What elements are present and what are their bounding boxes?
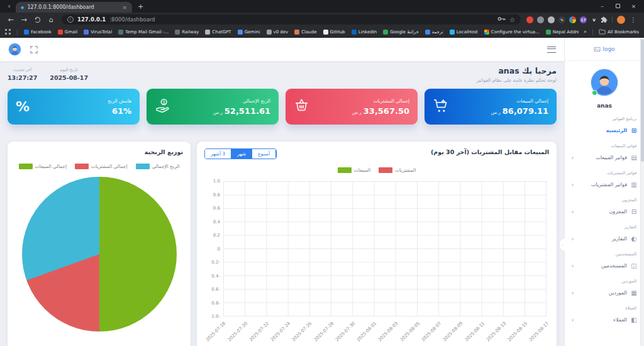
stat-card-total-profit: الربح الإجمالي 52,511.61ر.س $ bbox=[147, 89, 279, 125]
basket-icon bbox=[294, 98, 309, 116]
bookmark-item[interactable]: VirusTotal bbox=[84, 30, 112, 35]
legend-item[interactable]: إجمالي المبيعات bbox=[19, 164, 67, 169]
line-chart-plot: 1.00.80.60.40.200.2-0.4-0.6-0.8-1.0- 202… bbox=[223, 181, 547, 316]
welcome-title: مرحبا بك anas bbox=[477, 66, 557, 75]
currency-label: ر.س bbox=[491, 109, 501, 115]
extension-badge-17-icon[interactable]: 17 bbox=[580, 16, 587, 23]
sidebar-section-label: التقارير bbox=[572, 225, 636, 230]
chevron-down-icon: ∨ bbox=[571, 264, 574, 269]
legend-item[interactable]: الربح الإجمالي bbox=[136, 164, 180, 169]
legend-swatch bbox=[338, 167, 352, 173]
stat-card-total-purchases: إجمالي المشتريات 33,567.50ر.س bbox=[286, 89, 418, 125]
browser-menu-icon[interactable]: ⋮ bbox=[628, 16, 638, 23]
bookmarks-bar: Facebook Gmail VirusTotal Temp Mail Gmai… bbox=[0, 26, 644, 38]
charts-row: المبيعات مقابل المشتريات (آخر 30 يوم) أس… bbox=[8, 142, 557, 346]
site-info-icon[interactable]: i bbox=[67, 16, 74, 23]
user-avatar[interactable] bbox=[590, 68, 619, 97]
bookmarks-overflow-icon[interactable]: » bbox=[584, 29, 587, 35]
fullscreen-icon[interactable] bbox=[30, 46, 38, 53]
sidebar-section-label: العملاء bbox=[572, 306, 636, 311]
window-minimize-button[interactable]: – bbox=[594, 0, 610, 13]
sidebar-item[interactable]: ▦ الموردين ∨ bbox=[571, 285, 638, 301]
bookmark-item[interactable]: Gmail bbox=[58, 30, 77, 35]
extension-v-icon[interactable]: V bbox=[591, 16, 597, 23]
sidebar-item[interactable]: ▥ فواتير المشتريات ∨ bbox=[571, 177, 638, 193]
window-maximize-button[interactable] bbox=[610, 0, 626, 13]
extension-shield-icon[interactable] bbox=[537, 16, 544, 23]
window-close-button[interactable]: × bbox=[626, 0, 641, 13]
range-button[interactable]: أسبوع bbox=[252, 149, 276, 159]
sidebar-item[interactable]: ⊞ الرئيسيه bbox=[571, 123, 638, 138]
page-scrollbar[interactable] bbox=[640, 38, 644, 346]
tab-strip: ∨ ◆ 127.0.0.1:8000/dashboard × + – × bbox=[0, 0, 644, 13]
extension-pinwheel-icon[interactable] bbox=[569, 16, 576, 23]
window-controls: – × bbox=[594, 0, 641, 13]
bookmark-item[interactable]: Railway bbox=[175, 30, 199, 35]
scrollbar-thumb[interactable] bbox=[641, 39, 644, 162]
legend-item[interactable]: المشتريات bbox=[379, 167, 416, 173]
hamburger-menu-icon[interactable] bbox=[547, 47, 556, 53]
extensions-puzzle-icon[interactable] bbox=[601, 16, 608, 23]
sidebar-item[interactable]: ◧ العملاء ∨ bbox=[571, 312, 638, 328]
sidebar: logo anas برنامج الفواتير ⊞ الرئيسيه فوا… bbox=[564, 38, 644, 346]
legend-item[interactable]: إجمالي المشتريات bbox=[75, 164, 128, 169]
bookmark-item[interactable]: LocalHost bbox=[450, 30, 478, 35]
forward-icon[interactable]: → bbox=[19, 16, 29, 24]
sidebar-logo[interactable]: logo bbox=[565, 38, 644, 61]
bookmark-item[interactable]: ترجمة bbox=[425, 30, 443, 35]
sidebar-item[interactable]: ◐ التقارير ∨ bbox=[571, 231, 638, 247]
apps-grid-icon[interactable] bbox=[5, 29, 11, 35]
sidebar-item[interactable]: ◫ المستخدمين ∨ bbox=[571, 258, 638, 274]
legend-swatch bbox=[136, 164, 150, 169]
bookmark-item[interactable]: LinkedIn bbox=[352, 30, 377, 35]
bookmark-item[interactable]: Google خرائط bbox=[383, 30, 419, 35]
y-axis-tick: 0.6- bbox=[211, 287, 220, 292]
sidebar-item[interactable]: ▤ فواتير المبيعات ∨ bbox=[571, 150, 638, 165]
new-tab-button[interactable]: + bbox=[138, 3, 143, 10]
reload-icon[interactable] bbox=[35, 17, 40, 23]
bookmark-label: Gemini bbox=[245, 30, 260, 35]
extension-pen-icon[interactable]: ✎ bbox=[558, 16, 565, 23]
range-button[interactable]: 3 أشهر bbox=[205, 149, 231, 159]
sidebar-item[interactable]: ⊟ المخزون ∨ bbox=[571, 204, 638, 220]
today-date-value: 2025-08-17 bbox=[50, 74, 88, 81]
profit-pie-chart bbox=[22, 177, 177, 332]
dashboard-page: logo anas برنامج الفواتير ⊞ الرئيسيه فوا… bbox=[0, 38, 644, 346]
all-bookmarks-button[interactable]: All Bookmarks bbox=[599, 29, 639, 35]
home-icon[interactable]: ⌂ bbox=[46, 16, 56, 24]
purchase-invoices-icon: ▥ bbox=[630, 181, 638, 188]
line-chart-title: المبيعات مقابل المشتريات (آخر 30 يوم) bbox=[431, 148, 549, 155]
sales-vs-purchases-card: المبيعات مقابل المشتريات (آخر 30 يوم) أس… bbox=[197, 142, 557, 346]
welcome-subtitle: لوحة تحكم نظرة عامة على نظام الفواتير bbox=[477, 77, 557, 83]
bookmark-item[interactable]: Nepal Address Gen... bbox=[546, 30, 579, 35]
bookmark-star-icon[interactable]: ☆ bbox=[509, 16, 515, 23]
y-axis-tick: 1.0- bbox=[211, 314, 220, 319]
bookmark-favicon bbox=[238, 30, 243, 35]
bookmark-favicon bbox=[24, 30, 29, 35]
sidebar-user-block: anas bbox=[565, 61, 644, 110]
bookmark-item[interactable]: Facebook bbox=[24, 30, 52, 35]
address-bar[interactable]: i 127.0.0.1 :8000/dashboard ☆ bbox=[62, 14, 521, 25]
back-icon[interactable]: ← bbox=[6, 16, 16, 24]
bookmark-item[interactable]: ChatGPT bbox=[205, 30, 231, 35]
extension-red-icon[interactable] bbox=[526, 16, 533, 23]
bookmark-item[interactable]: Configure the virtua... bbox=[484, 30, 540, 35]
browser-tab[interactable]: ◆ 127.0.0.1:8000/dashboard × bbox=[16, 2, 132, 13]
sidebar-collapse-handle[interactable]: ‹ bbox=[559, 238, 565, 252]
range-button[interactable]: شهر bbox=[231, 149, 252, 159]
welcome-username: anas bbox=[498, 66, 519, 75]
tab-close-icon[interactable]: × bbox=[122, 4, 127, 11]
bookmark-item[interactable]: v0 dev bbox=[267, 30, 289, 35]
tab-search-icon[interactable]: ∨ bbox=[4, 2, 14, 11]
bookmark-item[interactable]: Claude bbox=[294, 30, 316, 35]
bookmark-item[interactable]: Temp Mail Gmail -... bbox=[118, 30, 169, 35]
bookmark-favicon bbox=[294, 30, 299, 35]
bookmark-item[interactable]: Gemini bbox=[238, 30, 260, 35]
topbar-avatar[interactable] bbox=[8, 43, 21, 56]
legend-item[interactable]: المبيعات bbox=[338, 167, 370, 173]
bookmark-label: ترجمة bbox=[432, 30, 443, 35]
extension-circle-icon[interactable] bbox=[548, 16, 555, 23]
browser-profile-avatar[interactable] bbox=[617, 16, 625, 24]
bookmark-item[interactable]: GitHub bbox=[323, 30, 345, 35]
password-key-icon[interactable] bbox=[497, 16, 506, 23]
